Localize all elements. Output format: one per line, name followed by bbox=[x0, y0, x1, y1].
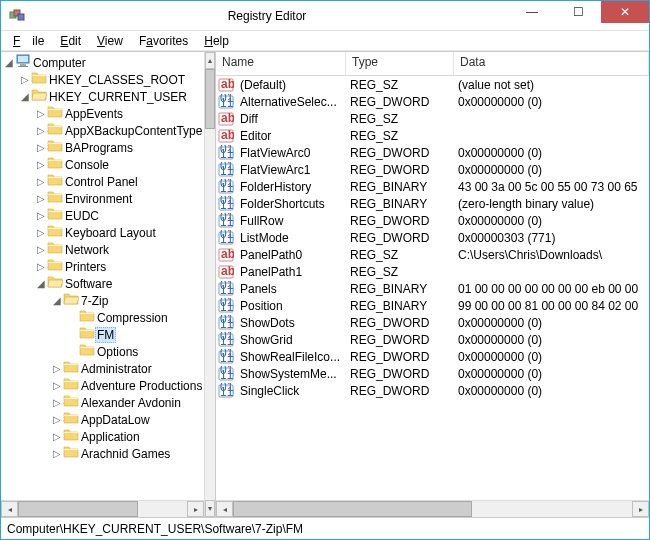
value-data: 43 00 3a 00 5c 00 55 00 73 00 65 bbox=[454, 180, 649, 194]
tree-item[interactable]: ▷Console bbox=[3, 156, 204, 173]
list-hscroll[interactable]: ◂▸ bbox=[216, 500, 649, 517]
list-row[interactable]: (Default)REG_SZ(value not set) bbox=[216, 76, 649, 93]
tree-item[interactable]: ▷Environment bbox=[3, 190, 204, 207]
tree-pane[interactable]: ◢Computer▷HKEY_CLASSES_ROOT◢HKEY_CURRENT… bbox=[1, 52, 216, 517]
tree-item[interactable]: ▷BAPrograms bbox=[3, 139, 204, 156]
tree-toggle[interactable]: ▷ bbox=[35, 108, 47, 119]
list-row[interactable]: PanelsREG_BINARY01 00 00 00 00 00 00 00 … bbox=[216, 280, 649, 297]
value-data: 0x00000000 (0) bbox=[454, 163, 649, 177]
list-row[interactable]: ShowRealFileIco...REG_DWORD0x00000000 (0… bbox=[216, 348, 649, 365]
tree-toggle[interactable]: ▷ bbox=[51, 414, 63, 425]
tree-toggle[interactable]: ▷ bbox=[35, 159, 47, 170]
tree-item[interactable]: Options bbox=[3, 343, 204, 360]
close-button[interactable]: ✕ bbox=[601, 1, 649, 23]
tree-toggle[interactable]: ◢ bbox=[51, 295, 63, 306]
value-data: 0x00000000 (0) bbox=[454, 367, 649, 381]
menu-view[interactable]: View bbox=[91, 33, 129, 49]
list-row[interactable]: DiffREG_SZ bbox=[216, 110, 649, 127]
value-type: REG_SZ bbox=[346, 248, 454, 262]
tree-toggle[interactable]: ▷ bbox=[35, 244, 47, 255]
tree-item[interactable]: ▷Adventure Productions bbox=[3, 377, 204, 394]
list-row[interactable]: FullRowREG_DWORD0x00000000 (0) bbox=[216, 212, 649, 229]
tree-toggle[interactable]: ▷ bbox=[51, 380, 63, 391]
value-data: C:\Users\Chris\Downloads\ bbox=[454, 248, 649, 262]
tree-item[interactable]: ◢Computer bbox=[3, 54, 204, 71]
tree-item[interactable]: ▷HKEY_CLASSES_ROOT bbox=[3, 71, 204, 88]
value-bin-icon bbox=[216, 94, 236, 110]
tree-toggle[interactable]: ▷ bbox=[51, 431, 63, 442]
tree-toggle[interactable]: ▷ bbox=[51, 363, 63, 374]
value-data: 0x00000000 (0) bbox=[454, 214, 649, 228]
list-row[interactable]: PanelPath0REG_SZC:\Users\Chris\Downloads… bbox=[216, 246, 649, 263]
tree-item[interactable]: ▷EUDC bbox=[3, 207, 204, 224]
list-header: Name Type Data bbox=[216, 52, 649, 76]
list-row[interactable]: PanelPath1REG_SZ bbox=[216, 263, 649, 280]
list-row[interactable]: ListModeREG_DWORD0x00000303 (771) bbox=[216, 229, 649, 246]
list-row[interactable]: SingleClickREG_DWORD0x00000000 (0) bbox=[216, 382, 649, 399]
value-type: REG_DWORD bbox=[346, 146, 454, 160]
tree-toggle[interactable]: ▷ bbox=[35, 210, 47, 221]
tree-item[interactable]: ▷Application bbox=[3, 428, 204, 445]
tree-item[interactable]: ▷Arachnid Games bbox=[3, 445, 204, 462]
list-row[interactable]: FolderHistoryREG_BINARY43 00 3a 00 5c 00… bbox=[216, 178, 649, 195]
menubar: File Edit View Favorites Help bbox=[1, 31, 649, 51]
menu-favorites[interactable]: Favorites bbox=[133, 33, 194, 49]
list-row[interactable]: FolderShortcutsREG_BINARY(zero-length bi… bbox=[216, 195, 649, 212]
tree-toggle[interactable]: ▷ bbox=[35, 227, 47, 238]
tree-vscroll[interactable]: ▴▾ bbox=[204, 52, 215, 517]
list-row[interactable]: PositionREG_BINARY99 00 00 00 81 00 00 0… bbox=[216, 297, 649, 314]
list-row[interactable]: ShowGridREG_DWORD0x00000000 (0) bbox=[216, 331, 649, 348]
tree-item[interactable]: ◢HKEY_CURRENT_USER bbox=[3, 88, 204, 105]
tree-item[interactable]: ▷AppDataLow bbox=[3, 411, 204, 428]
tree-item[interactable]: ▷AppXBackupContentType bbox=[3, 122, 204, 139]
menu-help[interactable]: Help bbox=[198, 33, 235, 49]
col-type[interactable]: Type bbox=[346, 52, 454, 75]
list-row[interactable]: EditorREG_SZ bbox=[216, 127, 649, 144]
value-name: ListMode bbox=[236, 231, 346, 245]
minimize-button[interactable]: — bbox=[509, 1, 555, 23]
tree-toggle[interactable]: ▷ bbox=[35, 125, 47, 136]
tree-item[interactable]: ◢7-Zip bbox=[3, 292, 204, 309]
tree-label: Control Panel bbox=[63, 175, 140, 189]
tree-toggle[interactable]: ▷ bbox=[35, 176, 47, 187]
value-name: FlatViewArc1 bbox=[236, 163, 346, 177]
tree-item[interactable]: ▷Network bbox=[3, 241, 204, 258]
col-data[interactable]: Data bbox=[454, 52, 649, 75]
tree-item[interactable]: FM bbox=[3, 326, 204, 343]
list-row[interactable]: ShowDotsREG_DWORD0x00000000 (0) bbox=[216, 314, 649, 331]
tree-item[interactable]: ▷AppEvents bbox=[3, 105, 204, 122]
list-row[interactable]: AlternativeSelec...REG_DWORD0x00000000 (… bbox=[216, 93, 649, 110]
tree-toggle[interactable]: ◢ bbox=[35, 278, 47, 289]
tree-hscroll[interactable]: ◂▸ bbox=[1, 500, 204, 517]
tree-item[interactable]: ▷Printers bbox=[3, 258, 204, 275]
tree-toggle[interactable]: ▷ bbox=[35, 193, 47, 204]
tree-item[interactable]: Compression bbox=[3, 309, 204, 326]
tree-item[interactable]: ◢Software bbox=[3, 275, 204, 292]
tree-item[interactable]: ▷Keyboard Layout bbox=[3, 224, 204, 241]
tree-toggle[interactable]: ▷ bbox=[35, 261, 47, 272]
value-name: Panels bbox=[236, 282, 346, 296]
value-bin-icon bbox=[216, 179, 236, 195]
list-pane[interactable]: Name Type Data (Default)REG_SZ(value not… bbox=[216, 52, 649, 517]
list-row[interactable]: FlatViewArc1REG_DWORD0x00000000 (0) bbox=[216, 161, 649, 178]
tree-toggle[interactable]: ▷ bbox=[51, 397, 63, 408]
menu-file[interactable]: File bbox=[7, 33, 50, 49]
tree-toggle[interactable]: ▷ bbox=[51, 448, 63, 459]
tree-item[interactable]: ▷Administrator bbox=[3, 360, 204, 377]
value-name: (Default) bbox=[236, 78, 346, 92]
tree-item[interactable]: ▷Alexander Avdonin bbox=[3, 394, 204, 411]
tree-toggle[interactable]: ▷ bbox=[19, 74, 31, 85]
tree-label: Arachnid Games bbox=[79, 447, 172, 461]
list-row[interactable]: ShowSystemMe...REG_DWORD0x00000000 (0) bbox=[216, 365, 649, 382]
col-name[interactable]: Name bbox=[216, 52, 346, 75]
tree-toggle[interactable]: ◢ bbox=[19, 91, 31, 102]
tree-item[interactable]: ▷Control Panel bbox=[3, 173, 204, 190]
tree-label: Computer bbox=[31, 56, 88, 70]
tree-label: Compression bbox=[95, 311, 170, 325]
maximize-button[interactable]: ☐ bbox=[555, 1, 601, 23]
tree-toggle[interactable]: ▷ bbox=[35, 142, 47, 153]
menu-edit[interactable]: Edit bbox=[54, 33, 87, 49]
list-row[interactable]: FlatViewArc0REG_DWORD0x00000000 (0) bbox=[216, 144, 649, 161]
tree-label: HKEY_CLASSES_ROOT bbox=[47, 73, 187, 87]
tree-toggle[interactable]: ◢ bbox=[3, 57, 15, 68]
